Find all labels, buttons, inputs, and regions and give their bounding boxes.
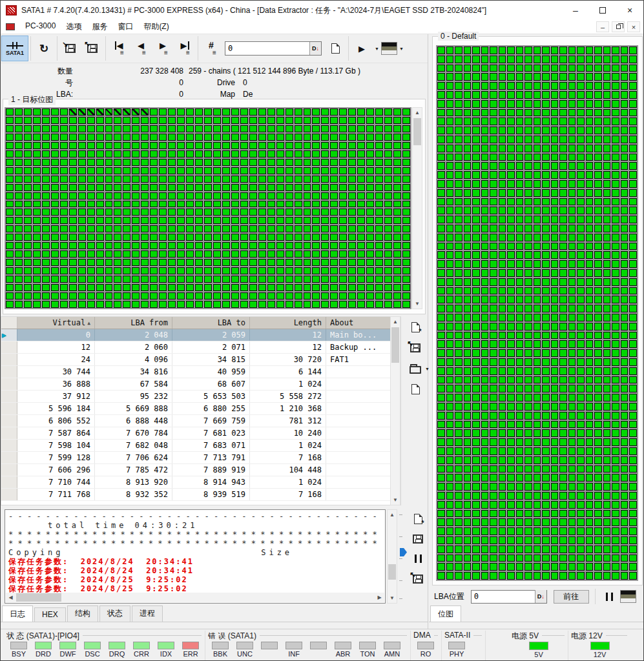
bitmap-cell[interactable] — [384, 150, 392, 158]
bitmap-cell[interactable] — [559, 412, 567, 420]
bitmap-cell[interactable] — [472, 465, 480, 473]
bitmap-cell[interactable] — [366, 208, 374, 216]
bitmap-cell[interactable] — [150, 184, 158, 191]
bitmap-cell[interactable] — [542, 563, 550, 571]
bitmap-cell[interactable] — [612, 429, 619, 437]
bitmap-cell[interactable] — [222, 208, 230, 216]
bitmap-cell[interactable] — [455, 180, 462, 188]
bitmap-cell[interactable] — [231, 259, 239, 266]
bitmap-cell[interactable] — [446, 429, 454, 437]
bitmap-cell[interactable] — [621, 421, 628, 429]
bitmap-cell[interactable] — [594, 305, 602, 312]
bitmap-cell[interactable] — [195, 117, 203, 124]
bitmap-cell[interactable] — [586, 412, 594, 420]
bitmap-cell[interactable] — [132, 150, 140, 158]
bitmap-cell[interactable] — [339, 134, 347, 141]
bitmap-cell[interactable] — [384, 184, 392, 191]
bitmap-cell[interactable] — [312, 292, 320, 300]
bitmap-cell[interactable] — [168, 301, 176, 308]
bitmap-cell[interactable] — [577, 117, 585, 125]
bitmap-cell[interactable] — [455, 492, 462, 500]
bitmap-cell[interactable] — [629, 91, 637, 99]
bitmap-cell[interactable] — [568, 323, 576, 330]
bitmap-cell[interactable] — [42, 267, 50, 274]
bitmap-cell[interactable] — [542, 367, 550, 375]
bitmap-cell[interactable] — [437, 260, 445, 268]
sata1-port-button[interactable]: SATA1 — [1, 36, 28, 61]
bitmap-cell[interactable] — [276, 142, 284, 149]
bitmap-cell[interactable] — [551, 117, 559, 125]
scroll-left-arrow[interactable]: ◀ — [6, 593, 16, 602]
bitmap-cell[interactable] — [42, 201, 50, 208]
bitmap-cell[interactable] — [304, 150, 311, 158]
bitmap-cell[interactable] — [267, 292, 275, 300]
bitmap-cell[interactable] — [551, 376, 559, 384]
bitmap-cell[interactable] — [534, 109, 541, 117]
bitmap-cell[interactable] — [594, 100, 602, 108]
bitmap-cell[interactable] — [472, 82, 480, 90]
bitmap-cell[interactable] — [455, 65, 462, 72]
bitmap-cell[interactable] — [366, 150, 374, 158]
bitmap-cell[interactable] — [330, 242, 338, 249]
bitmap-cell[interactable] — [276, 184, 284, 191]
bitmap-cell[interactable] — [446, 323, 454, 330]
bitmap-cell[interactable] — [568, 421, 576, 429]
bitmap-cell[interactable] — [286, 234, 293, 241]
bitmap-cell[interactable] — [330, 176, 338, 183]
bitmap-cell[interactable] — [621, 403, 628, 411]
bitmap-cell[interactable] — [258, 117, 266, 124]
bitmap-cell[interactable] — [96, 117, 104, 124]
bitmap-cell[interactable] — [69, 292, 77, 300]
bitmap-cell[interactable] — [258, 159, 266, 166]
bitmap-cell[interactable] — [525, 492, 532, 500]
bitmap-cell[interactable] — [437, 127, 445, 134]
bitmap-cell[interactable] — [542, 162, 550, 170]
bitmap-cell[interactable] — [481, 117, 489, 125]
bitmap-cell[interactable] — [240, 276, 248, 283]
bitmap-cell[interactable] — [33, 267, 41, 274]
bitmap-cell[interactable] — [168, 242, 176, 249]
bitmap-cell[interactable] — [568, 145, 576, 152]
bitmap-cell[interactable] — [629, 46, 637, 54]
bitmap-cell[interactable] — [375, 176, 383, 183]
bitmap-cell[interactable] — [276, 208, 284, 216]
bitmap-cell[interactable] — [141, 250, 149, 258]
bitmap-cell[interactable] — [559, 109, 567, 117]
bitmap-cell[interactable] — [499, 483, 506, 491]
bitmap-cell[interactable] — [357, 167, 365, 174]
bitmap-cell[interactable] — [629, 278, 637, 286]
bitmap-cell[interactable] — [542, 518, 550, 526]
bitmap-cell[interactable] — [33, 242, 41, 249]
bitmap-cell[interactable] — [240, 242, 248, 249]
bitmap-cell[interactable] — [231, 276, 239, 283]
bitmap-cell[interactable] — [612, 296, 619, 303]
bitmap-cell[interactable] — [132, 142, 140, 149]
bitmap-cell[interactable] — [446, 109, 454, 117]
bitmap-cell[interactable] — [499, 154, 506, 161]
bitmap-cell[interactable] — [577, 483, 585, 491]
bitmap-cell[interactable] — [437, 225, 445, 232]
bitmap-cell[interactable] — [577, 180, 585, 188]
bitmap-cell[interactable] — [586, 332, 594, 340]
bitmap-cell[interactable] — [629, 207, 637, 214]
bitmap-cell[interactable] — [446, 563, 454, 571]
bitmap-cell[interactable] — [446, 465, 454, 473]
bitmap-cell[interactable] — [629, 260, 637, 268]
bitmap-cell[interactable] — [321, 108, 329, 116]
bitmap-cell[interactable] — [481, 127, 489, 134]
bitmap-cell[interactable] — [472, 527, 480, 535]
bitmap-cell[interactable] — [69, 192, 77, 199]
bitmap-cell[interactable] — [472, 421, 480, 429]
bitmap-cell[interactable] — [357, 125, 365, 132]
bitmap-cell[interactable] — [464, 269, 472, 277]
bitmap-cell[interactable] — [132, 108, 140, 116]
bitmap-cell[interactable] — [612, 305, 619, 312]
bitmap-cell[interactable] — [621, 171, 628, 179]
bitmap-cell[interactable] — [204, 125, 212, 132]
bitmap-cell[interactable] — [6, 301, 14, 308]
bitmap-cell[interactable] — [384, 142, 392, 149]
bitmap-cell[interactable] — [472, 260, 480, 268]
bitmap-cell[interactable] — [542, 73, 550, 81]
bitmap-cell[interactable] — [258, 259, 266, 266]
bitmap-cell[interactable] — [60, 167, 68, 174]
